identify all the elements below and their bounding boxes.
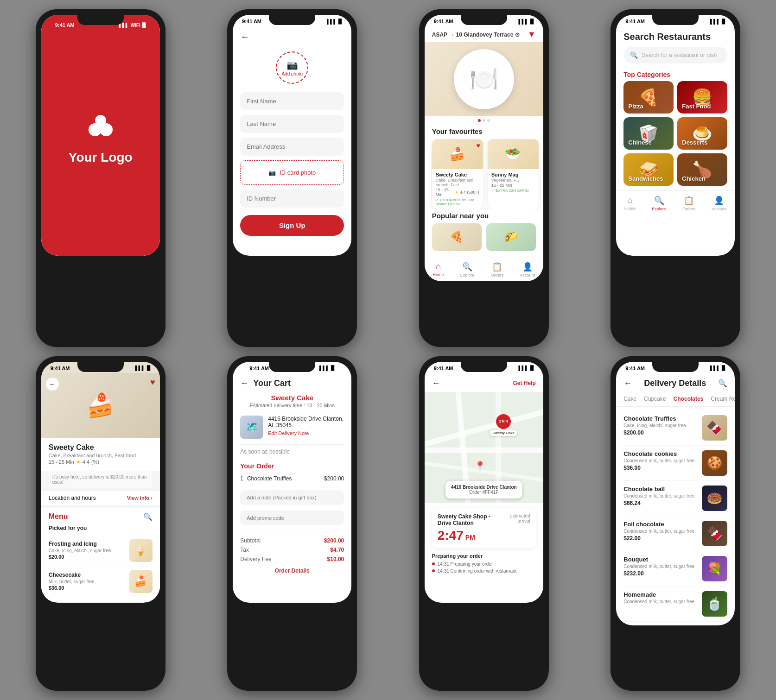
- nav-orders[interactable]: 📋 Orders: [491, 262, 504, 277]
- cart-item-qty: 1: [240, 475, 243, 482]
- tab-cupcake[interactable]: Cupcake: [644, 392, 666, 407]
- signal-icon-5: ▌▌▌: [135, 366, 145, 371]
- cart-address-text: 4416 Brookside Drive Clanton, AL 35045: [268, 416, 344, 429]
- cart-subtotal-label: Subtotal: [240, 537, 261, 544]
- get-help-button[interactable]: Get Help: [513, 380, 535, 386]
- status-time-8: 9:41 AM: [625, 366, 645, 371]
- arrival-time: 2:47: [438, 528, 464, 543]
- cart-tax-row: Tax $4.70: [240, 545, 344, 555]
- category-sandwiches-label: Sandwiches: [628, 175, 663, 182]
- dd-item-5[interactable]: Bouquet Condensed milk, butter, sugar fr…: [623, 551, 727, 586]
- wifi-icon-1: WiFi: [131, 23, 140, 28]
- category-chinese-label: Chinese: [628, 139, 652, 146]
- heart-icon-1: ♥: [476, 142, 480, 149]
- top-categories-title: Top Categories: [616, 67, 735, 81]
- battery-icon-1: ▉: [142, 23, 146, 28]
- track-back-button[interactable]: ←: [432, 378, 440, 388]
- location-text: ASAP → 10 Glandovey Terrace ⊙: [432, 32, 520, 38]
- dd-item-3[interactable]: Chocolate ball Condensed milk, butter, s…: [623, 481, 727, 516]
- category-chinese[interactable]: 🥡 Chinese: [623, 117, 674, 150]
- nav-explore-search[interactable]: 🔍 Explore: [652, 195, 666, 211]
- categories-grid: 🍕 Pizza 🍔 Fast Food 🥡 Chinese 🍮 Desserts…: [616, 81, 735, 186]
- nav-home-search[interactable]: ⌂ Home: [624, 195, 636, 211]
- nav-home[interactable]: ⌂ Home: [433, 262, 444, 277]
- order-details-link[interactable]: Order Details: [240, 564, 344, 578]
- detail-reviews: (%): [91, 459, 99, 465]
- nav-account-search-label: Account: [712, 207, 727, 211]
- menu-item-2[interactable]: Cheesecake Milk, butter, sugar free $36.…: [49, 566, 153, 597]
- cart-note-field[interactable]: [240, 490, 344, 505]
- category-chicken-label: Chicken: [682, 175, 706, 182]
- cart-edit-note-link[interactable]: Edit Delivery Note: [268, 430, 344, 436]
- category-chicken[interactable]: 🍗 Chicken: [677, 153, 727, 186]
- popular-item-2[interactable]: 🌮: [486, 223, 536, 251]
- dd-title: Delivery Details: [644, 378, 706, 388]
- dd-item-4[interactable]: Foil chocolate Condensed milk, butter, s…: [623, 516, 727, 551]
- fav-card-2[interactable]: 🥗 Sunny Mag Vegetarian, F... 15 - 25 Min…: [488, 139, 539, 209]
- svg-point-2: [95, 115, 106, 126]
- fav-card-2-time: 15 - 25 Min: [491, 183, 512, 188]
- add-photo-button[interactable]: 📷 Add photo: [276, 51, 308, 84]
- detail-back-button[interactable]: ←: [46, 378, 59, 391]
- detail-heart-button[interactable]: ♥: [150, 378, 155, 387]
- menu-item-1[interactable]: Frosting and Icing Cake, Icing, elaichi,…: [49, 535, 153, 566]
- dd-item-3-image: 🍩: [702, 486, 727, 511]
- tab-cake[interactable]: Cake: [623, 392, 636, 407]
- dd-item-1[interactable]: Chocolate Truffles Cake, Icing, elaichi,…: [623, 410, 727, 446]
- cart-promo-field[interactable]: [240, 511, 344, 525]
- phone-5: 9:41 AM ▌▌▌ ▉ 🍰 ← ♥ Sweety Cake Cake, Br…: [36, 356, 165, 691]
- delivery-info-card: Sweety Cake Shop - Drive Clanton 2:47 PM…: [432, 508, 536, 549]
- email-field[interactable]: [240, 138, 344, 156]
- view-info-button[interactable]: View info ›: [127, 495, 153, 501]
- nav-account[interactable]: 👤 Account: [520, 262, 535, 277]
- back-button-signup[interactable]: ←: [240, 32, 249, 42]
- category-fastfood-label: Fast Food: [682, 103, 711, 110]
- category-pizza[interactable]: 🍕 Pizza: [623, 81, 674, 114]
- category-desserts[interactable]: 🍮 Desserts: [677, 117, 727, 150]
- tab-chocolates[interactable]: Chocolates: [674, 392, 704, 407]
- cart-restaurant-name: Sweety Cake: [240, 394, 344, 402]
- phone-8: 9:41 AM ▌▌▌ ▉ ← Delivery Details 🔍 Cake …: [611, 356, 740, 691]
- delivery-details-screen: 9:41 AM ▌▌▌ ▉ ← Delivery Details 🔍 Cake …: [616, 362, 735, 625]
- filter-button[interactable]: ▼: [528, 30, 536, 39]
- favourites-section-title: Your favourites: [425, 125, 543, 139]
- home-icon: ⌂: [436, 262, 441, 271]
- popular-item-1[interactable]: 🍕: [432, 223, 482, 251]
- category-pizza-label: Pizza: [628, 103, 643, 110]
- carousel-dot-3[interactable]: [487, 119, 490, 122]
- category-fastfood[interactable]: 🍔 Fast Food: [677, 81, 727, 114]
- nav-account-search[interactable]: 👤 Account: [712, 195, 727, 211]
- fav-card-1-name: Sweety Cake: [436, 172, 479, 177]
- home-icon-search: ⌂: [627, 195, 632, 205]
- arrival-ampm: PM: [465, 534, 475, 541]
- dd-item-6[interactable]: Homemade Condensed milk, butter, sugar f…: [623, 586, 727, 622]
- phone-notch-4: [652, 15, 699, 25]
- id-number-field[interactable]: [240, 189, 344, 208]
- fav-card-1-rating: 4.4: [460, 190, 466, 195]
- carousel-dot-1[interactable]: [478, 119, 481, 122]
- sign-up-button[interactable]: Sign Up: [240, 215, 344, 236]
- phone-3: 9:41 AM ▌▌▌ ▉ ASAP → 10 Glandovey Terrac…: [419, 9, 549, 347]
- tab-cream-rolls[interactable]: Cream Rolls: [711, 392, 735, 407]
- tracking-screen: 9:41 AM ▌▌▌ ▉ ← Get Help: [425, 362, 543, 603]
- dd-search-icon[interactable]: 🔍: [718, 379, 727, 388]
- menu-search-icon[interactable]: 🔍: [143, 512, 153, 521]
- destination-pin: 📍: [474, 460, 486, 472]
- fav-card-1[interactable]: 🍰 ♥ Sweety Cake Cake, Breakfast and brun…: [432, 139, 483, 209]
- search-bar[interactable]: 🔍 Search for a restaurant or dish: [623, 47, 727, 63]
- carousel-dot-2[interactable]: [483, 119, 485, 122]
- orders-icon: 📋: [492, 262, 502, 272]
- nav-orders-search[interactable]: 📋 Orders: [682, 195, 695, 211]
- dd-back-button[interactable]: ←: [623, 378, 632, 388]
- first-name-field[interactable]: [240, 92, 344, 110]
- nav-explore[interactable]: 🔍 Explore: [460, 262, 475, 277]
- pin-restaurant-name: Sweety Cake: [490, 430, 517, 436]
- id-card-photo-button[interactable]: 📷 ID card photo: [240, 160, 344, 185]
- last-name-field[interactable]: [240, 115, 344, 133]
- dd-item-4-image: 🍫: [702, 521, 727, 546]
- cart-back-button[interactable]: ←: [240, 378, 248, 388]
- dd-item-2[interactable]: Chocolate cookies Condensed milk, butter…: [623, 446, 727, 481]
- category-sandwiches[interactable]: 🥪 Sandwiches: [623, 153, 674, 186]
- dd-item-4-sub: Condensed milk, butter, sugar free.: [623, 529, 698, 534]
- home-screen: 9:41 AM ▌▌▌ ▉ ASAP → 10 Glandovey Terrac…: [425, 15, 543, 281]
